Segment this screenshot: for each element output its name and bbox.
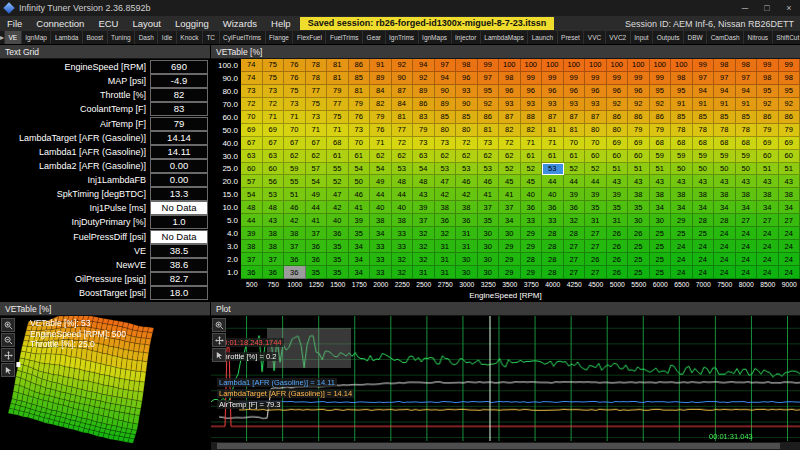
ve-cell[interactable]: 60 <box>241 163 263 176</box>
ve-cell[interactable]: 85 <box>671 111 693 124</box>
ve-cell[interactable]: 59 <box>736 150 758 163</box>
ve-cell[interactable]: 33 <box>521 214 543 227</box>
ve-cell[interactable]: 24 <box>693 240 715 253</box>
select-icon[interactable] <box>1 363 15 377</box>
ve-cell[interactable]: 48 <box>241 201 263 214</box>
ve-cell[interactable]: 37 <box>284 240 306 253</box>
ve-cell[interactable]: 71 <box>306 124 328 137</box>
ve-cell[interactable]: 33 <box>392 227 414 240</box>
ve-cell[interactable]: 43 <box>263 214 285 227</box>
ve-cell[interactable]: 24 <box>757 227 779 240</box>
ve-cell[interactable]: 51 <box>284 188 306 201</box>
ve-cell[interactable]: 80 <box>456 124 478 137</box>
ve-cell[interactable]: 91 <box>736 98 758 111</box>
ve-cell[interactable]: 43 <box>693 175 715 188</box>
ve-cell[interactable]: 48 <box>263 201 285 214</box>
ve-cell[interactable]: 41 <box>349 201 371 214</box>
ve-cell[interactable]: 27 <box>757 214 779 227</box>
ve-cell[interactable]: 40 <box>392 201 414 214</box>
ve-cell[interactable]: 60 <box>757 150 779 163</box>
ve-cell[interactable]: 32 <box>564 214 586 227</box>
ve-cell[interactable]: 84 <box>392 98 414 111</box>
ve-cell[interactable]: 95 <box>671 85 693 98</box>
ve-cell[interactable]: 36 <box>284 253 306 266</box>
ve-cell[interactable]: 59 <box>671 150 693 163</box>
ve-cell[interactable]: 96 <box>499 85 521 98</box>
ve-cell[interactable]: 92 <box>779 98 800 111</box>
ve-cell[interactable]: 88 <box>521 111 543 124</box>
ve-cell[interactable]: 99 <box>521 72 543 85</box>
zoom-out-icon[interactable] <box>1 333 15 347</box>
ve-cell[interactable]: 24 <box>779 253 800 266</box>
ve-cell[interactable]: 32 <box>392 266 414 279</box>
ve-cell[interactable]: 87 <box>585 111 607 124</box>
ve-cell[interactable]: 34 <box>779 201 800 214</box>
ve-cell[interactable]: 36 <box>564 201 586 214</box>
ve-cell[interactable]: 38 <box>392 214 414 227</box>
ve-cell[interactable]: 29 <box>671 214 693 227</box>
ve-cell[interactable]: 34 <box>349 266 371 279</box>
ve-cell[interactable]: 25 <box>650 227 672 240</box>
ve-cell[interactable]: 82 <box>521 124 543 137</box>
ve-cell[interactable]: 71 <box>370 137 392 150</box>
ve-cell[interactable]: 99 <box>628 72 650 85</box>
ve-cell[interactable]: 68 <box>671 137 693 150</box>
ve-cell[interactable]: 60 <box>628 150 650 163</box>
pan-icon[interactable] <box>212 333 226 347</box>
tab-tuning[interactable]: Tuning <box>108 31 136 44</box>
ve-cell[interactable]: 28 <box>693 214 715 227</box>
ve-cell[interactable]: 25 <box>693 227 715 240</box>
ve-cell[interactable]: 54 <box>370 163 392 176</box>
ve-cell[interactable]: 57 <box>241 175 263 188</box>
ve-cell[interactable]: 30 <box>499 227 521 240</box>
ve-cell[interactable]: 78 <box>714 124 736 137</box>
ve-cell[interactable]: 67 <box>263 137 285 150</box>
tab-ignmaps[interactable]: IgnMaps <box>419 31 452 44</box>
ve-cell[interactable]: 50 <box>693 163 715 176</box>
ve-cell[interactable]: 34 <box>370 227 392 240</box>
ve-cell[interactable]: 99 <box>650 72 672 85</box>
ve-cell[interactable]: 26 <box>607 240 629 253</box>
ve-cell[interactable]: 29 <box>499 266 521 279</box>
ve-cell[interactable]: 38 <box>650 188 672 201</box>
ve-cell[interactable]: 90 <box>456 98 478 111</box>
ve-cell[interactable]: 63 <box>263 150 285 163</box>
ve-cell[interactable]: 89 <box>435 98 457 111</box>
ve-cell[interactable]: 43 <box>736 175 758 188</box>
tab-flexfuel[interactable]: FlexFuel <box>293 31 326 44</box>
ve-cell[interactable]: 54 <box>241 188 263 201</box>
ve-cell[interactable]: 69 <box>263 124 285 137</box>
ve-cell[interactable]: 93 <box>564 98 586 111</box>
ve-cell[interactable]: 53 <box>542 163 564 176</box>
ve-cell[interactable]: 36 <box>521 201 543 214</box>
ve-cell[interactable]: 28 <box>542 227 564 240</box>
ve-cell[interactable]: 99 <box>585 72 607 85</box>
ve-cell[interactable]: 76 <box>349 111 371 124</box>
ve-cell[interactable]: 81 <box>327 59 349 72</box>
ve-cell[interactable]: 24 <box>779 266 800 279</box>
ve-cell[interactable]: 91 <box>671 98 693 111</box>
ve-cell[interactable]: 28 <box>542 253 564 266</box>
ve-cell[interactable]: 52 <box>585 163 607 176</box>
ve-cell[interactable]: 24 <box>736 240 758 253</box>
ve-cell[interactable]: 34 <box>714 201 736 214</box>
ve-cell[interactable]: 98 <box>736 59 758 72</box>
ve-cell[interactable]: 90 <box>392 72 414 85</box>
ve-cell[interactable]: 41 <box>306 214 328 227</box>
ve-cell[interactable]: 92 <box>413 72 435 85</box>
ve-cell[interactable]: 92 <box>650 98 672 111</box>
ve-cell[interactable]: 44 <box>370 188 392 201</box>
menu-item-wizards[interactable]: Wizards <box>216 18 264 29</box>
ve-cell[interactable]: 70 <box>284 124 306 137</box>
ve-cell[interactable]: 42 <box>284 214 306 227</box>
tab-camdash[interactable]: CamDash <box>707 31 744 44</box>
ve-cell[interactable]: 73 <box>284 98 306 111</box>
ve-cell[interactable]: 78 <box>671 124 693 137</box>
ve-cell[interactable]: 97 <box>714 72 736 85</box>
ve-cell[interactable]: 39 <box>413 201 435 214</box>
ve-cell[interactable]: 71 <box>542 137 564 150</box>
ve-cell[interactable]: 37 <box>413 214 435 227</box>
ve-cell[interactable]: 31 <box>435 240 457 253</box>
ve-cell[interactable]: 61 <box>564 150 586 163</box>
ve-cell[interactable]: 38 <box>456 201 478 214</box>
